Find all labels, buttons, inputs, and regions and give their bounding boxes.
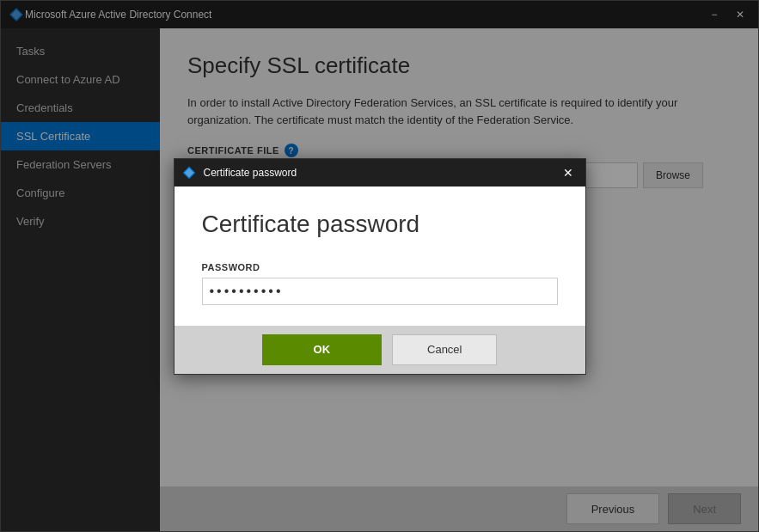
- main-window: Microsoft Azure Active Directory Connect…: [0, 0, 759, 532]
- cancel-button[interactable]: Cancel: [392, 334, 497, 365]
- ok-button[interactable]: OK: [262, 334, 383, 365]
- dialog-azure-logo-icon: [181, 165, 197, 180]
- password-label: PASSWORD: [202, 262, 558, 272]
- password-input[interactable]: [202, 278, 558, 305]
- dialog-heading: Certificate password: [202, 211, 558, 238]
- svg-marker-3: [184, 168, 193, 177]
- dialog-body: Certificate password PASSWORD: [174, 187, 585, 326]
- dialog-overlay: Certificate password ✕ Certificate passw…: [1, 1, 758, 531]
- certificate-password-dialog: Certificate password ✕ Certificate passw…: [174, 158, 586, 375]
- dialog-titlebar: Certificate password ✕: [174, 159, 585, 187]
- dialog-title-text: Certificate password: [204, 167, 558, 179]
- dialog-close-button[interactable]: ✕: [558, 164, 578, 181]
- dialog-footer: OK Cancel: [174, 326, 585, 374]
